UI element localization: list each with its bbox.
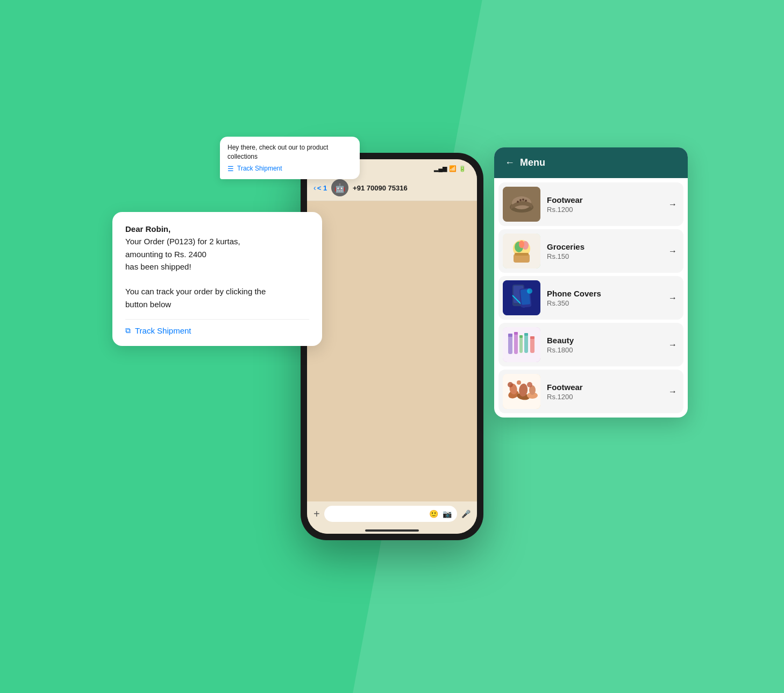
order-line-2: Your Order (P0123) for 2 kurtas,: [125, 237, 240, 246]
battery-icon: 🔋: [459, 165, 466, 172]
chat-background-pattern: [307, 201, 477, 501]
footwear-arrow-icon: →: [668, 200, 679, 209]
phone-covers-name: Phone Covers: [547, 289, 662, 298]
menu-item[interactable]: Phone Covers Rs.350 →: [498, 276, 683, 320]
svg-point-3: [517, 201, 519, 203]
home-bar: [365, 529, 419, 532]
svg-point-20: [527, 288, 532, 294]
svg-point-4: [519, 199, 522, 201]
svg-point-41: [527, 382, 532, 387]
add-attachment-button[interactable]: +: [313, 508, 320, 520]
groceries-image: [503, 234, 540, 268]
groceries-name: Groceries: [547, 242, 662, 251]
bubble-top-message: Hey there, check out our to product coll…: [227, 144, 328, 160]
track-shipment-link-2[interactable]: ⧉ Track Shipment: [125, 319, 309, 335]
svg-point-39: [508, 382, 513, 387]
menu-title: Menu: [520, 157, 545, 168]
beauty-image: [503, 327, 540, 362]
groceries-info: Groceries Rs.150: [547, 242, 662, 260]
message-input[interactable]: 🙂 📷: [324, 506, 457, 522]
track-link-label-2: Track Shipment: [135, 326, 191, 335]
groceries-price: Rs.150: [547, 252, 662, 260]
beauty-arrow-icon: →: [668, 340, 679, 350]
chat-bubble-top: Hey there, check out our to product coll…: [220, 137, 360, 179]
footwear2-name: Footwear: [547, 383, 662, 392]
svg-rect-31: [530, 336, 534, 339]
svg-rect-30: [530, 338, 534, 353]
phone-covers-arrow-icon: →: [668, 293, 679, 303]
wifi-icon: 📶: [449, 165, 457, 172]
chat-avatar: 🤖: [331, 179, 348, 196]
signal-icon: ▂▄▆: [434, 165, 447, 172]
greeting: Dear Robin,: [125, 224, 170, 234]
svg-rect-27: [519, 335, 523, 338]
order-message: Dear Robin, Your Order (P0123) for 2 kur…: [125, 223, 309, 310]
svg-rect-23: [508, 334, 512, 337]
back-chevron: ‹: [313, 183, 316, 192]
order-line-3: amounting to Rs. 2400: [125, 250, 206, 259]
svg-rect-24: [514, 334, 518, 354]
scene: 1:33 ▂▄▆ 📶 🔋 ‹ < 1 🤖: [204, 104, 580, 589]
phone-screen: 1:33 ▂▄▆ 📶 🔋 ‹ < 1 🤖: [307, 159, 477, 534]
svg-point-40: [517, 380, 521, 385]
menu-item[interactable]: Beauty Rs.1800 →: [498, 323, 683, 366]
svg-point-6: [525, 200, 527, 202]
svg-rect-22: [508, 335, 512, 354]
chat-area: [307, 201, 477, 501]
status-icons: ▂▄▆ 📶 🔋: [434, 165, 466, 172]
input-bar: + 🙂 📷 🎤: [307, 501, 477, 526]
input-action-icons: 🙂 📷: [429, 510, 452, 518]
menu-items-list: Footwear Rs.1200 →: [494, 178, 688, 418]
phone-covers-info: Phone Covers Rs.350: [547, 289, 662, 307]
track-shipment-link-1[interactable]: ☰ Track Shipment: [227, 165, 352, 173]
menu-back-arrow[interactable]: ←: [505, 157, 515, 168]
footwear2-price: Rs.1200: [547, 393, 662, 401]
menu-item[interactable]: Footwear Rs.1200 →: [498, 182, 683, 226]
footwear-name: Footwear: [547, 195, 662, 204]
back-button[interactable]: ‹ < 1: [313, 183, 327, 192]
svg-rect-28: [524, 335, 528, 353]
order-line-6: You can track your order by clicking the: [125, 287, 266, 296]
beauty-name: Beauty: [547, 336, 662, 345]
mic-button[interactable]: 🎤: [461, 510, 471, 518]
footwear-image: [503, 187, 540, 222]
menu-item[interactable]: Groceries Rs.150 →: [498, 229, 683, 273]
footwear-info: Footwear Rs.1200: [547, 195, 662, 214]
phone-device: 1:33 ▂▄▆ 📶 🔋 ‹ < 1 🤖: [301, 153, 483, 540]
phone-covers-price: Rs.350: [547, 299, 662, 307]
bot-icon: 🤖: [334, 183, 345, 193]
sticker-icon[interactable]: 🙂: [429, 510, 438, 518]
camera-icon[interactable]: 📷: [443, 510, 452, 518]
background: 1:33 ▂▄▆ 📶 🔋 ‹ < 1 🤖: [0, 0, 784, 693]
menu-panel: ← Menu: [494, 147, 688, 418]
external-link-icon: ⧉: [125, 326, 131, 335]
beauty-info: Beauty Rs.1800: [547, 336, 662, 354]
list-icon: ☰: [227, 165, 234, 173]
beauty-price: Rs.1800: [547, 346, 662, 354]
groceries-arrow-icon: →: [668, 246, 679, 256]
svg-rect-25: [514, 332, 518, 335]
footwear2-info: Footwear Rs.1200: [547, 383, 662, 401]
contact-name: +91 70090 75316: [353, 184, 408, 192]
track-link-label-1: Track Shipment: [237, 165, 282, 172]
svg-rect-26: [519, 337, 523, 353]
menu-item[interactable]: Footwear Rs.1200 →: [498, 370, 683, 413]
svg-point-5: [522, 199, 524, 201]
svg-rect-29: [524, 333, 528, 336]
chat-bubble-left: Dear Robin, Your Order (P0123) for 2 kur…: [112, 212, 322, 346]
home-indicator: [307, 526, 477, 534]
order-line-7: button below: [125, 300, 171, 309]
footwear-price: Rs.1200: [547, 206, 662, 214]
back-count: < 1: [317, 184, 327, 192]
phone-covers-image: [503, 280, 540, 315]
order-line-4: has been shipped!: [125, 262, 191, 271]
footwear2-arrow-icon: →: [668, 387, 679, 397]
bubble-top-text: Hey there, check out our to product coll…: [227, 143, 352, 161]
footwear2-image: [503, 374, 540, 409]
svg-rect-13: [515, 253, 529, 256]
svg-point-11: [519, 241, 524, 248]
menu-header: ← Menu: [494, 147, 688, 178]
